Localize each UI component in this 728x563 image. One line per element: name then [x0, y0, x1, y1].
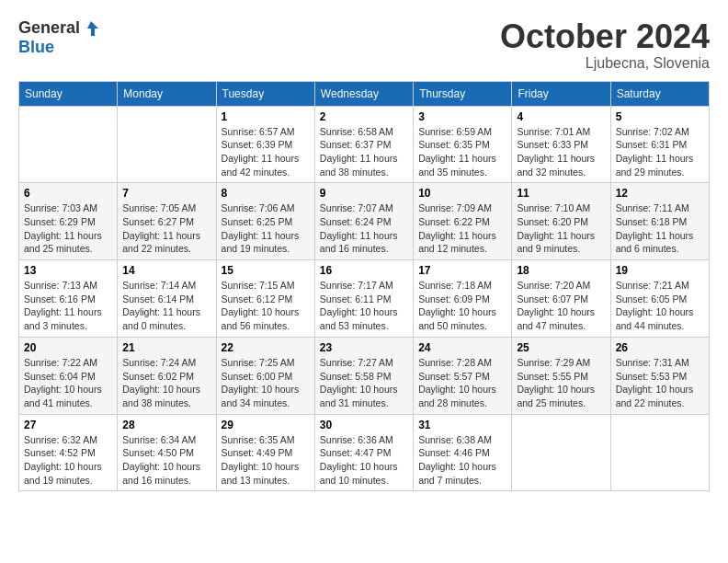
day-info: Sunrise: 7:21 AM Sunset: 6:05 PM Dayligh…	[616, 279, 704, 333]
day-number: 18	[517, 264, 605, 277]
calendar-cell: 25Sunrise: 7:29 AM Sunset: 5:55 PM Dayli…	[512, 337, 610, 414]
calendar-cell: 12Sunrise: 7:11 AM Sunset: 6:18 PM Dayli…	[610, 183, 709, 260]
location-text: Ljubecna, Slovenia	[500, 55, 710, 72]
day-info: Sunrise: 7:28 AM Sunset: 5:57 PM Dayligh…	[418, 356, 506, 410]
day-number: 25	[517, 341, 605, 354]
calendar-cell: 2Sunrise: 6:58 AM Sunset: 6:37 PM Daylig…	[314, 106, 413, 183]
calendar-cell: 23Sunrise: 7:27 AM Sunset: 5:58 PM Dayli…	[314, 337, 413, 414]
calendar-table: SundayMondayTuesdayWednesdayThursdayFrid…	[18, 81, 710, 492]
day-number: 4	[517, 110, 605, 123]
calendar-cell: 10Sunrise: 7:09 AM Sunset: 6:22 PM Dayli…	[414, 183, 512, 260]
day-number: 2	[320, 110, 408, 123]
day-number: 16	[320, 264, 408, 277]
day-info: Sunrise: 7:20 AM Sunset: 6:07 PM Dayligh…	[517, 279, 605, 333]
day-number: 23	[320, 341, 408, 354]
calendar-cell: 18Sunrise: 7:20 AM Sunset: 6:07 PM Dayli…	[512, 260, 610, 338]
calendar-cell	[19, 106, 118, 183]
day-info: Sunrise: 7:11 AM Sunset: 6:18 PM Dayligh…	[616, 201, 704, 256]
weekday-header-wednesday: Wednesday	[314, 81, 413, 106]
day-info: Sunrise: 7:18 AM Sunset: 6:09 PM Dayligh…	[418, 279, 506, 333]
calendar-cell: 28Sunrise: 6:34 AM Sunset: 4:50 PM Dayli…	[118, 414, 216, 491]
day-info: Sunrise: 7:31 AM Sunset: 5:53 PM Dayligh…	[616, 356, 704, 410]
calendar-week-4: 20Sunrise: 7:22 AM Sunset: 6:04 PM Dayli…	[19, 337, 710, 414]
day-info: Sunrise: 6:36 AM Sunset: 4:47 PM Dayligh…	[320, 433, 408, 488]
calendar-cell: 3Sunrise: 6:59 AM Sunset: 6:35 PM Daylig…	[414, 106, 512, 183]
calendar-cell: 19Sunrise: 7:21 AM Sunset: 6:05 PM Dayli…	[610, 260, 709, 338]
day-number: 5	[616, 110, 704, 123]
calendar-cell: 5Sunrise: 7:02 AM Sunset: 6:31 PM Daylig…	[610, 106, 709, 183]
calendar-cell: 30Sunrise: 6:36 AM Sunset: 4:47 PM Dayli…	[314, 414, 413, 491]
logo-blue-text: Blue	[18, 38, 54, 57]
logo-general-text: General	[18, 18, 80, 38]
day-info: Sunrise: 6:34 AM Sunset: 4:50 PM Dayligh…	[122, 433, 210, 488]
calendar-cell: 16Sunrise: 7:17 AM Sunset: 6:11 PM Dayli…	[314, 260, 413, 338]
day-info: Sunrise: 7:01 AM Sunset: 6:33 PM Dayligh…	[517, 125, 605, 179]
weekday-header-row: SundayMondayTuesdayWednesdayThursdayFrid…	[19, 81, 710, 106]
calendar-cell: 8Sunrise: 7:06 AM Sunset: 6:25 PM Daylig…	[216, 183, 314, 260]
day-info: Sunrise: 7:24 AM Sunset: 6:02 PM Dayligh…	[122, 356, 210, 410]
calendar-cell: 11Sunrise: 7:10 AM Sunset: 6:20 PM Dayli…	[512, 183, 610, 260]
calendar-cell: 31Sunrise: 6:38 AM Sunset: 4:46 PM Dayli…	[414, 414, 512, 491]
calendar-cell: 4Sunrise: 7:01 AM Sunset: 6:33 PM Daylig…	[512, 106, 610, 183]
calendar-cell: 24Sunrise: 7:28 AM Sunset: 5:57 PM Dayli…	[414, 337, 512, 414]
day-number: 20	[24, 341, 112, 354]
day-number: 15	[222, 264, 310, 277]
calendar-cell: 22Sunrise: 7:25 AM Sunset: 6:00 PM Dayli…	[216, 337, 314, 414]
day-number: 31	[418, 419, 506, 431]
calendar-cell	[512, 414, 610, 491]
day-info: Sunrise: 7:07 AM Sunset: 6:24 PM Dayligh…	[320, 201, 408, 256]
day-info: Sunrise: 7:29 AM Sunset: 5:55 PM Dayligh…	[517, 356, 605, 410]
calendar-cell: 6Sunrise: 7:03 AM Sunset: 6:29 PM Daylig…	[19, 183, 118, 260]
day-number: 12	[616, 187, 704, 200]
calendar-cell: 14Sunrise: 7:14 AM Sunset: 6:14 PM Dayli…	[118, 260, 216, 338]
weekday-header-saturday: Saturday	[610, 81, 709, 106]
day-number: 7	[122, 187, 210, 200]
logo-icon	[82, 19, 100, 38]
day-info: Sunrise: 7:05 AM Sunset: 6:27 PM Dayligh…	[122, 201, 210, 256]
svg-marker-0	[87, 21, 98, 36]
day-number: 27	[24, 419, 112, 431]
calendar-week-5: 27Sunrise: 6:32 AM Sunset: 4:52 PM Dayli…	[19, 414, 710, 491]
calendar-cell: 20Sunrise: 7:22 AM Sunset: 6:04 PM Dayli…	[19, 337, 118, 414]
day-info: Sunrise: 6:32 AM Sunset: 4:52 PM Dayligh…	[24, 433, 112, 488]
calendar-cell: 13Sunrise: 7:13 AM Sunset: 6:16 PM Dayli…	[19, 260, 118, 338]
day-info: Sunrise: 7:13 AM Sunset: 6:16 PM Dayligh…	[24, 279, 112, 333]
day-info: Sunrise: 6:58 AM Sunset: 6:37 PM Dayligh…	[320, 125, 408, 179]
day-number: 13	[24, 264, 112, 277]
calendar-cell: 15Sunrise: 7:15 AM Sunset: 6:12 PM Dayli…	[216, 260, 314, 338]
day-number: 14	[122, 264, 210, 277]
weekday-header-tuesday: Tuesday	[216, 81, 314, 106]
logo: General Blue	[18, 18, 100, 57]
day-info: Sunrise: 7:03 AM Sunset: 6:29 PM Dayligh…	[24, 201, 112, 256]
day-number: 17	[418, 264, 506, 277]
calendar-cell: 7Sunrise: 7:05 AM Sunset: 6:27 PM Daylig…	[118, 183, 216, 260]
calendar-cell: 21Sunrise: 7:24 AM Sunset: 6:02 PM Dayli…	[118, 337, 216, 414]
day-number: 3	[418, 110, 506, 123]
calendar-week-3: 13Sunrise: 7:13 AM Sunset: 6:16 PM Dayli…	[19, 260, 710, 338]
day-number: 26	[616, 341, 704, 354]
day-number: 21	[122, 341, 210, 354]
day-info: Sunrise: 7:27 AM Sunset: 5:58 PM Dayligh…	[320, 356, 408, 410]
weekday-header-friday: Friday	[512, 81, 610, 106]
day-number: 8	[222, 187, 310, 200]
day-number: 10	[418, 187, 506, 200]
title-section: October 2024 Ljubecna, Slovenia	[500, 18, 710, 72]
day-number: 19	[616, 264, 704, 277]
day-number: 30	[320, 419, 408, 431]
day-number: 6	[24, 187, 112, 200]
weekday-header-thursday: Thursday	[414, 81, 512, 106]
day-info: Sunrise: 7:09 AM Sunset: 6:22 PM Dayligh…	[418, 201, 506, 256]
day-info: Sunrise: 7:15 AM Sunset: 6:12 PM Dayligh…	[222, 279, 310, 333]
page-header: General Blue October 2024 Ljubecna, Slov…	[18, 18, 710, 72]
calendar-week-2: 6Sunrise: 7:03 AM Sunset: 6:29 PM Daylig…	[19, 183, 710, 260]
day-number: 22	[222, 341, 310, 354]
day-info: Sunrise: 7:22 AM Sunset: 6:04 PM Dayligh…	[24, 356, 112, 410]
day-info: Sunrise: 7:02 AM Sunset: 6:31 PM Dayligh…	[616, 125, 704, 179]
day-info: Sunrise: 7:25 AM Sunset: 6:00 PM Dayligh…	[222, 356, 310, 410]
day-number: 1	[222, 110, 310, 123]
day-info: Sunrise: 6:35 AM Sunset: 4:49 PM Dayligh…	[222, 433, 310, 488]
calendar-cell: 26Sunrise: 7:31 AM Sunset: 5:53 PM Dayli…	[610, 337, 709, 414]
day-info: Sunrise: 7:17 AM Sunset: 6:11 PM Dayligh…	[320, 279, 408, 333]
calendar-cell: 29Sunrise: 6:35 AM Sunset: 4:49 PM Dayli…	[216, 414, 314, 491]
weekday-header-monday: Monday	[118, 81, 216, 106]
